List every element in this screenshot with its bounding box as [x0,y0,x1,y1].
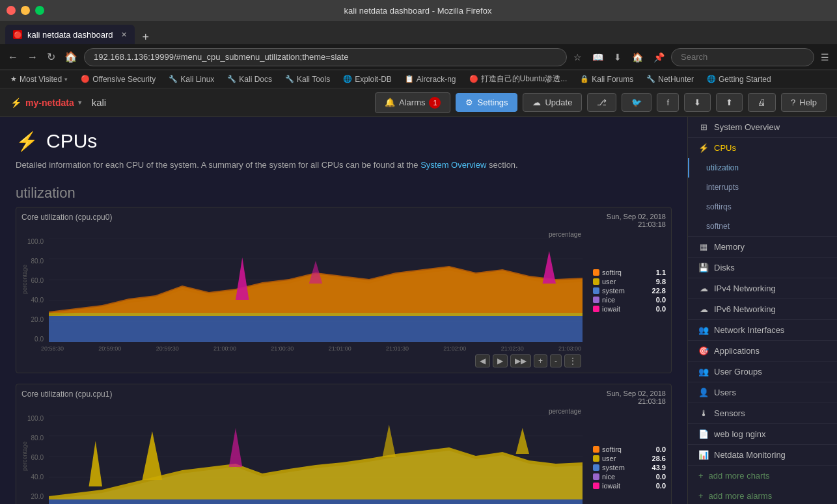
maximize-window-button[interactable] [35,6,44,15]
pocket-icon[interactable]: 📌 [651,49,667,65]
sidebar-softnet-label: softnet [706,222,730,231]
bookmark-star-icon[interactable]: ☆ [571,49,584,65]
bookmark-getting-started[interactable]: 🌐 Getting Started [702,73,776,86]
chart0-percentage-label: percentage [21,231,666,238]
home-nav-icon[interactable]: 🏠 [629,49,646,65]
github-button[interactable]: ⎇ [587,93,616,112]
address-bar-icons: ☆ 📖 ⬇ 🏠 📌 [571,49,667,65]
sidebar-item-netdata-monitoring[interactable]: 📊 Netdata Monitoring [688,445,837,465]
sidebar-item-interrupts[interactable]: interrupts [688,178,837,197]
active-tab[interactable]: 🔴 kali netdata dashboard ✕ [5,25,135,44]
alarm-icon: 🔔 [385,98,395,107]
sidebar-item-ipv6[interactable]: ☁ IPv6 Networking [688,299,837,319]
update-button[interactable]: ☁ Update [523,93,582,112]
bookmark-exploit-db[interactable]: 🌐 Exploit-DB [338,73,397,86]
forward-button[interactable]: → [25,49,40,66]
app-logo-icon: ⚡ [10,98,21,108]
close-window-button[interactable] [7,6,16,15]
url-bar[interactable] [84,48,567,66]
sidebar-item-ipv4[interactable]: ☁ IPv4 Networking [688,278,837,298]
twitter-button[interactable]: 🐦 [622,93,652,112]
back-button[interactable]: ← [5,49,21,66]
page-title-icon: ⚡ [16,131,38,152]
reload-button[interactable]: ↻ [44,48,58,66]
sidebar-item-softirqs[interactable]: softirqs [688,197,837,217]
chart1-percentage-label: percentage [21,408,666,415]
chart0-menu-button[interactable]: ⋮ [564,354,581,367]
app-host-label: kali [92,97,107,108]
chart0-zoom-out-button[interactable]: - [550,354,562,367]
address-bar: ← → ↻ 🏠 ☆ 📖 ⬇ 🏠 📌 ☰ [0,44,837,70]
bookmark-label: Kali Tools [297,75,330,84]
upload-button[interactable]: ⬆ [716,93,743,112]
tab-favicon: 🔴 [13,30,22,39]
y-axis-label-1: percentage [21,442,28,471]
nethunter-icon: 🔧 [646,75,655,83]
page-title: CPUs [46,130,97,152]
minimize-window-button[interactable] [21,6,30,15]
sidebar-item-applications[interactable]: 🎯 Applications [688,341,837,361]
sidebar-add-alarms[interactable]: + add more alarms [688,486,837,504]
sidebar-add-charts[interactable]: + add more charts [688,466,837,486]
bookmark-nethunter[interactable]: 🔧 NetHunter [641,73,699,86]
legend-dot-iowait-0 [593,306,599,312]
bookmark-aircrack[interactable]: 📋 Aircrack-ng [400,73,461,86]
sidebar-item-sensors[interactable]: 🌡 Sensors [688,403,837,423]
bookmark-offensive-security[interactable]: 🔴 Offensive Security [75,73,161,86]
new-tab-button[interactable]: + [137,31,155,44]
help-button[interactable]: ? Help [781,93,827,112]
sidebar-item-system-overview[interactable]: ⊞ System Overview [688,117,837,137]
update-icon: ☁ [532,98,541,107]
app-logo[interactable]: ⚡ my-netdata ▾ [10,98,81,108]
home-button[interactable]: 🏠 [62,48,80,66]
svg-marker-9 [236,258,249,300]
bookmark-most-visited[interactable]: ★ Most Visited ▾ [5,73,73,86]
tab-close-button[interactable]: ✕ [121,31,127,39]
bookmark-label: Kali Linux [180,75,214,84]
download-icon: ⬇ [694,98,701,107]
sidebar-item-memory[interactable]: ▦ Memory [688,237,837,257]
sidebar-sensors-label: Sensors [714,408,745,418]
bookmark-kali-forums[interactable]: 🔒 Kali Forums [575,73,638,86]
sidebar-netdata-monitoring-label: Netdata Monitoring [714,450,786,460]
chart0-prev-button[interactable]: ◀ [475,354,490,367]
chart0-zoom-in-button[interactable]: + [534,354,547,367]
sidebar-item-disks[interactable]: 💾 Disks [688,258,837,278]
sidebar-item-users[interactable]: 👤 Users [688,382,837,403]
chart1-time: 21:03:18 [607,397,666,405]
svg-marker-11 [309,261,323,284]
facebook-button[interactable]: f [657,93,679,112]
chart1-timestamp: Sun, Sep 02, 2018 21:03:18 [607,390,666,405]
sidebar-ipv6-label: IPv6 Networking [714,304,776,314]
chart-cpu1: Core utilization (cpu.cpu1) Sun, Sep 02,… [16,384,672,505]
alarms-button[interactable]: 🔔 Alarms 1 [375,92,450,113]
settings-button[interactable]: ⚙ Settings [456,93,517,112]
reader-mode-icon[interactable]: 📖 [590,49,606,65]
bookmark-ubuntu[interactable]: 🔴 打造自己的Ubuntu渗透... [464,72,573,86]
sidebar-system-overview-label: System Overview [714,122,780,132]
chart0-body: percentage 100.0 80.0 60.0 40.0 20.0 0.0 [21,238,666,344]
alarms-label: Alarms [399,98,425,107]
bookmark-kali-linux[interactable]: 🔧 Kali Linux [163,73,219,86]
sidebar-item-web-log[interactable]: 📄 web log nginx [688,424,837,444]
menu-icon[interactable]: ☰ [818,49,832,65]
sidebar-item-utilization[interactable]: utilization [688,158,837,178]
bookmark-kali-docs[interactable]: 🔧 Kali Docs [222,73,277,86]
bookmark-kali-tools[interactable]: 🔧 Kali Tools [280,73,335,86]
sidebar-item-user-groups[interactable]: 👥 User Groups [688,362,837,382]
browser-search-input[interactable] [671,48,814,66]
help-label: Help [799,98,817,107]
download-button[interactable]: ⬇ [684,93,711,112]
chart0-svg-area [49,238,583,344]
chart0-next-button[interactable]: ▶▶ [510,354,531,367]
print-button[interactable]: 🖨 [748,93,776,112]
chart0-play-button[interactable]: ▶ [493,354,508,367]
legend-dot-system-1 [593,464,599,471]
sidebar-item-cpus[interactable]: ⚡ CPUs [688,138,837,158]
legend-system-1: system 43.9 [593,464,666,471]
sidebar-item-softnet[interactable]: softnet [688,217,837,236]
system-overview-link[interactable]: System Overview [420,160,486,170]
download-icon[interactable]: ⬇ [611,49,624,65]
sidebar-item-network-interfaces[interactable]: 👥 Network Interfaces [688,320,837,340]
kali-docs-icon: 🔧 [227,75,236,83]
